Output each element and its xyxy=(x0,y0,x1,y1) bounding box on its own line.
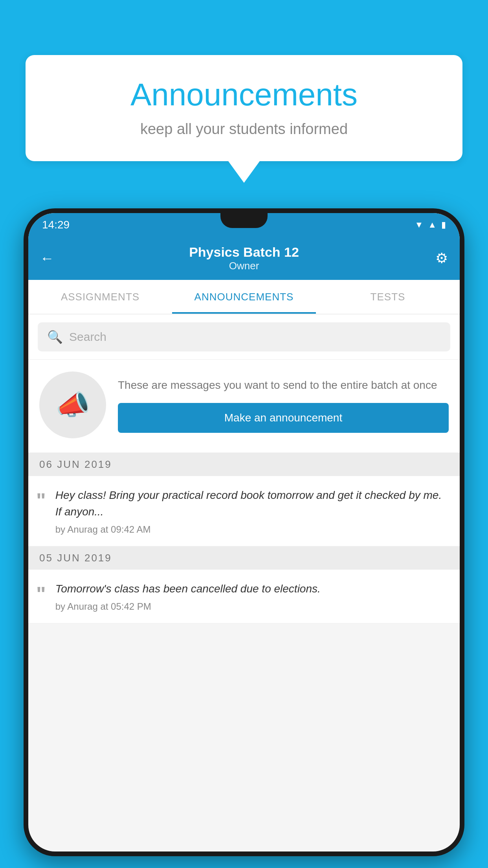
tab-announcements[interactable]: ANNOUNCEMENTS xyxy=(172,280,316,314)
announcement-author-1: by Anurag at 09:42 AM xyxy=(55,524,449,535)
date-separator-june5: 05 JUN 2019 xyxy=(28,546,460,570)
announcement-item-1[interactable]: " Hey class! Bring your practical record… xyxy=(28,476,460,546)
bubble-title: Announcements xyxy=(49,77,439,113)
app-bar-title: Physics Batch 12 xyxy=(189,245,299,260)
announcement-right-1: Hey class! Bring your practical record b… xyxy=(55,487,449,535)
announcement-author-2: by Anurag at 05:42 PM xyxy=(55,601,449,612)
status-time: 14:29 xyxy=(42,219,70,231)
status-icons: ▼ ▲ ▮ xyxy=(415,220,446,230)
quote-icon-1: " xyxy=(36,490,46,511)
phone-notch xyxy=(220,213,268,228)
status-bar: 14:29 ▼ ▲ ▮ xyxy=(28,213,460,237)
announcement-right-2: Tomorrow's class has been cancelled due … xyxy=(55,581,449,612)
back-button[interactable]: ← xyxy=(40,250,54,267)
tabs-bar: ASSIGNMENTS ANNOUNCEMENTS TESTS xyxy=(28,280,460,314)
app-bar-title-group: Physics Batch 12 Owner xyxy=(189,245,299,272)
app-bar-subtitle: Owner xyxy=(189,260,299,272)
tab-assignments[interactable]: ASSIGNMENTS xyxy=(28,280,172,314)
signal-icon: ▲ xyxy=(428,220,437,230)
promo-description: These are messages you want to send to t… xyxy=(118,377,449,394)
phone-frame: 14:29 ▼ ▲ ▮ ← Physics Batch 12 Owner ⚙ A… xyxy=(24,208,464,856)
search-bar: 🔍 Search xyxy=(28,314,460,360)
wifi-icon: ▼ xyxy=(415,220,423,230)
search-icon: 🔍 xyxy=(47,329,63,344)
battery-icon: ▮ xyxy=(441,220,446,230)
megaphone-icon: 📣 xyxy=(56,389,90,421)
date-label-june6: 06 JUN 2019 xyxy=(39,458,112,471)
speech-bubble-section: Announcements keep all your students inf… xyxy=(26,55,462,183)
announcement-text-2: Tomorrow's class has been cancelled due … xyxy=(55,581,449,597)
promo-icon-circle: 📣 xyxy=(39,371,106,438)
settings-icon[interactable]: ⚙ xyxy=(435,250,448,267)
make-announcement-button[interactable]: Make an announcement xyxy=(118,403,449,433)
promo-card: 📣 These are messages you want to send to… xyxy=(28,360,460,453)
announcement-text-1: Hey class! Bring your practical record b… xyxy=(55,487,449,520)
search-input-wrap[interactable]: 🔍 Search xyxy=(38,322,450,351)
promo-right: These are messages you want to send to t… xyxy=(118,377,449,433)
announcement-item-2[interactable]: " Tomorrow's class has been cancelled du… xyxy=(28,570,460,623)
bubble-tail xyxy=(228,161,260,183)
bubble-subtitle: keep all your students informed xyxy=(49,121,439,138)
app-bar: ← Physics Batch 12 Owner ⚙ xyxy=(28,237,460,280)
tab-tests[interactable]: TESTS xyxy=(316,280,460,314)
speech-bubble: Announcements keep all your students inf… xyxy=(26,55,462,161)
date-label-june5: 05 JUN 2019 xyxy=(39,552,112,564)
phone-screen: 14:29 ▼ ▲ ▮ ← Physics Batch 12 Owner ⚙ A… xyxy=(28,213,460,851)
search-input[interactable]: Search xyxy=(69,330,106,344)
quote-icon-2: " xyxy=(36,584,46,604)
date-separator-june6: 06 JUN 2019 xyxy=(28,453,460,476)
phone-content: 🔍 Search 📣 These are messages you want t… xyxy=(28,314,460,851)
